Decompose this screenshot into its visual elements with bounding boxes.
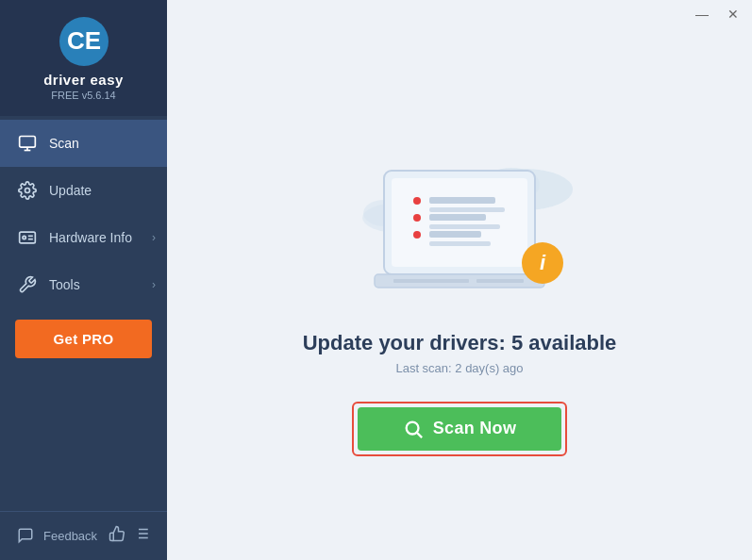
sidebar-item-tools[interactable]: Tools ›	[0, 261, 167, 308]
sidebar: CE driver easy FREE v5.6.14 Scan	[0, 0, 167, 560]
minimize-button[interactable]: —	[692, 6, 712, 23]
id-card-icon	[17, 227, 38, 248]
monitor-icon	[17, 133, 38, 154]
chevron-right-icon: ›	[152, 231, 156, 244]
laptop-illustration	[327, 133, 592, 312]
thumbs-up-icon[interactable]	[109, 525, 125, 547]
svg-rect-26	[429, 207, 505, 212]
svg-rect-27	[429, 214, 486, 221]
scan-button-highlight: Scan Now	[352, 402, 567, 456]
feedback-item[interactable]: Feedback	[17, 527, 97, 546]
svg-rect-29	[429, 231, 481, 238]
svg-point-5	[25, 189, 30, 193]
sidebar-bottom-bar: Feedback	[0, 511, 167, 560]
svg-rect-30	[429, 241, 491, 246]
svg-point-24	[413, 231, 421, 239]
svg-rect-32	[393, 279, 469, 283]
app-title: driver easy	[43, 72, 124, 88]
svg-point-7	[23, 236, 25, 239]
tools-label: Tools	[49, 277, 80, 292]
app-version: FREE v5.6.14	[51, 90, 115, 101]
title-bar: — ✕	[167, 0, 752, 28]
info-badge: i	[522, 242, 563, 284]
scan-now-label: Scan Now	[433, 419, 516, 438]
svg-rect-28	[429, 224, 500, 229]
search-icon	[403, 419, 424, 439]
content-area: i Update your drivers: 5 available Last …	[167, 28, 752, 560]
chevron-right-icon-tools: ›	[152, 278, 156, 291]
svg-point-23	[413, 214, 421, 222]
hardware-info-label: Hardware Info	[49, 230, 132, 245]
main-content: — ✕	[167, 0, 752, 560]
svg-point-22	[413, 197, 421, 205]
app-logo-icon: CE	[59, 17, 109, 66]
svg-rect-21	[392, 178, 527, 267]
update-headline: Update your drivers: 5 available	[303, 331, 617, 355]
last-scan-text: Last scan: 2 day(s) ago	[395, 361, 523, 375]
illustration-wrap: i	[327, 133, 592, 312]
tools-icon	[17, 274, 38, 295]
svg-rect-6	[20, 232, 36, 243]
sidebar-bottom-actions	[109, 525, 150, 547]
svg-rect-33	[476, 279, 524, 283]
close-button[interactable]: ✕	[724, 6, 743, 23]
svg-rect-2	[20, 137, 36, 148]
update-label: Update	[49, 183, 92, 198]
gear-icon	[17, 180, 38, 201]
scan-now-button[interactable]: Scan Now	[358, 407, 561, 451]
svg-line-35	[417, 433, 422, 437]
feedback-icon	[17, 527, 36, 546]
sidebar-item-scan[interactable]: Scan	[0, 120, 167, 167]
svg-text:CE: CE	[66, 26, 100, 55]
list-icon[interactable]	[133, 525, 150, 547]
logo-area: CE driver easy FREE v5.6.14	[0, 0, 167, 116]
svg-rect-25	[429, 197, 495, 204]
svg-point-34	[406, 421, 418, 434]
sidebar-item-hardware-info[interactable]: Hardware Info ›	[0, 214, 167, 261]
get-pro-button[interactable]: Get PRO	[15, 320, 152, 358]
feedback-label: Feedback	[43, 529, 97, 543]
scan-label: Scan	[49, 136, 79, 151]
sidebar-item-update[interactable]: Update	[0, 167, 167, 214]
sidebar-navigation: Scan Update Hardware Info ›	[0, 116, 167, 511]
